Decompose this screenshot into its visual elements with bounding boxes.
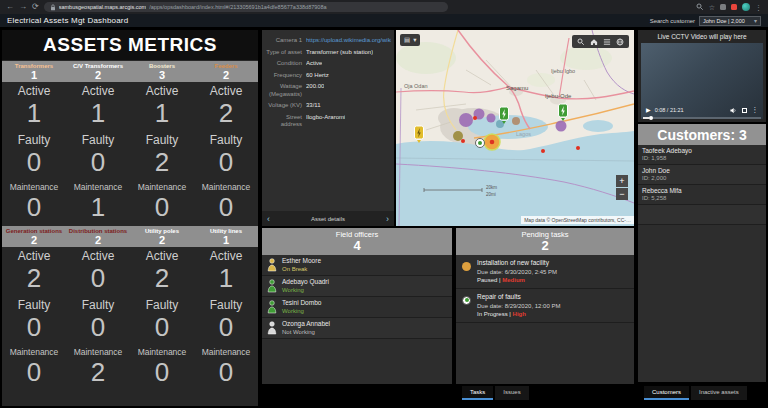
customer-select-value: John Doe | 2,000 xyxy=(703,18,745,24)
video-menu-icon[interactable]: ⋮ xyxy=(752,107,759,114)
refresh-icon[interactable]: ⟳ xyxy=(32,3,39,11)
play-icon[interactable]: ▶ xyxy=(646,107,651,113)
lock-icon xyxy=(50,4,56,11)
officer-list-item[interactable]: Adebayo Quadri Working xyxy=(262,276,452,297)
metric-value: 1 xyxy=(66,98,130,131)
metric-value: 0 xyxy=(66,147,130,180)
fullscreen-icon[interactable] xyxy=(742,108,747,113)
map-zoom-controls: + − xyxy=(616,175,628,200)
field-label: Voltage (KV) xyxy=(264,102,306,110)
bookmark-star-icon[interactable]: ☆ xyxy=(709,4,715,11)
forward-icon[interactable]: → xyxy=(19,3,27,11)
cctv-video-panel: Live CCTV Video will play here ▶ 0:08 / … xyxy=(638,30,766,122)
carousel-footer: ‹ Asset details › xyxy=(262,211,394,226)
task-priority: High xyxy=(513,311,526,317)
metric-category-count: 1 xyxy=(194,235,258,247)
zoom-in-button[interactable]: + xyxy=(616,175,628,187)
field-officers-panel: Field officers 4 Esther Moore On Break A… xyxy=(262,228,452,384)
camera-link[interactable]: https://upload.wikimedia.org/wikipedia/c xyxy=(306,37,391,45)
map-search-icon[interactable] xyxy=(577,38,585,46)
svg-text:20km: 20km xyxy=(486,185,497,190)
person-icon xyxy=(267,279,277,293)
carousel-next-icon[interactable]: › xyxy=(386,211,389,226)
customer-search-area: Search customer John Doe | 2,000 ▾ xyxy=(650,16,761,26)
basemap-globe-icon[interactable] xyxy=(616,38,624,46)
tab-tasks[interactable]: Tasks xyxy=(462,386,493,400)
seek-handle[interactable] xyxy=(649,116,653,120)
carousel-prev-icon[interactable]: ‹ xyxy=(267,211,270,226)
customers-panel: Customers: 3 Taofeek Adebayo ID: 1,958 J… xyxy=(638,124,766,382)
tab-inactive-assets[interactable]: Inactive assets xyxy=(691,386,747,400)
pending-tasks-panel: Pending tasks 2 Installation of new faci… xyxy=(456,228,634,384)
extension-icon-1[interactable] xyxy=(720,4,726,10)
home-icon[interactable] xyxy=(590,38,598,46)
metric-value: 2 xyxy=(66,357,130,390)
metric-value: 0 xyxy=(130,357,194,390)
video-player[interactable]: ▶ 0:08 / 21:21 ⋮ xyxy=(641,43,763,119)
metrics-group-2: Generation stations2 Distribution statio… xyxy=(2,226,258,390)
map-widget-button[interactable]: ▤ ▾ xyxy=(400,34,420,46)
metric-value: 0 xyxy=(2,147,66,180)
maintenance-label-row: MaintenanceMaintenanceMaintenanceMainten… xyxy=(2,180,258,192)
active-value-row: 1112 xyxy=(2,98,258,131)
map-label: Oja Odan xyxy=(404,83,428,89)
customer-list-item[interactable]: John Doe ID: 2,000 xyxy=(638,165,766,185)
officer-list-item[interactable]: Tesini Dombo Working xyxy=(262,297,452,318)
tab-issues[interactable]: Issues xyxy=(495,386,528,400)
field-officers-header: Field officers 4 xyxy=(262,228,452,255)
task-list-item[interactable]: Installation of new facility Due date: 6… xyxy=(456,255,634,289)
browser-menu-icon[interactable]: ⋮ xyxy=(755,4,762,11)
legend-icon[interactable] xyxy=(603,38,611,46)
maintenance-label-row: MaintenanceMaintenanceMaintenanceMainten… xyxy=(2,345,258,357)
profile-avatar[interactable] xyxy=(742,3,750,11)
metric-value: 2 xyxy=(194,98,258,131)
url-path: /apps/opsdashboard/index.html#/213305691… xyxy=(149,4,326,10)
metric-value: 0 xyxy=(194,192,258,225)
field-label: Type of asset xyxy=(264,49,306,57)
video-seekbar[interactable] xyxy=(643,117,761,119)
maintenance-value-row: 0100 xyxy=(2,192,258,225)
volume-icon[interactable] xyxy=(730,107,737,114)
map-canvas[interactable]: Oja Odan Sagamu Ijebu-Ode Ijebu Igbo Lag… xyxy=(396,30,634,226)
metric-category-count: 2 xyxy=(66,235,130,247)
chevron-down-icon: ▾ xyxy=(754,18,757,24)
page-title: Electrical Assets Mgt Dashboard xyxy=(7,16,128,25)
faulty-label-row: FaultyFaultyFaultyFaulty xyxy=(2,296,258,312)
map-label: Ijebu-Ode xyxy=(545,93,572,99)
customer-list-item[interactable]: Rebecca Mifa ID: 5,258 xyxy=(638,185,766,205)
tasks-tabbar: Tasks Issues xyxy=(462,386,529,400)
video-time: 0:08 / 21:21 xyxy=(655,107,684,113)
extension-icon-2[interactable] xyxy=(731,4,737,10)
task-list-item[interactable]: Repair of faults Due date: 8/29/2020, 12… xyxy=(456,289,634,323)
zoom-out-button[interactable]: − xyxy=(616,188,628,200)
metric-category-count: 2 xyxy=(2,235,66,247)
search-icon[interactable] xyxy=(696,3,704,11)
metric-value: 0 xyxy=(66,312,130,345)
layers-icon: ▤ xyxy=(404,37,410,44)
customer-select[interactable]: John Doe | 2,000 ▾ xyxy=(699,16,761,26)
map-label: Lagos xyxy=(516,131,531,137)
metric-value: 2 xyxy=(130,147,194,180)
faulty-value-row: 0000 xyxy=(2,312,258,345)
assets-metrics-panel: ASSETS METRICS Transformers1 C/V Transfo… xyxy=(2,30,258,406)
app-window: ← → ⟳ sambusgeospatial.maps.arcgis.com /… xyxy=(0,0,768,408)
tab-customers[interactable]: Customers xyxy=(644,386,689,400)
faulty-label-row: FaultyFaultyFaultyFaulty xyxy=(2,131,258,147)
task-priority: Medium xyxy=(502,277,525,283)
officer-list-item[interactable]: Ozonga Annabel Not Working xyxy=(262,318,452,339)
metric-category-count: 2 xyxy=(130,235,194,247)
browser-actions: ☆ ⋮ xyxy=(696,3,762,11)
metric-value: 0 xyxy=(66,263,130,296)
carousel-title: Asset details xyxy=(311,216,345,222)
field-label: Street address xyxy=(264,114,306,129)
address-bar[interactable]: sambusgeospatial.maps.arcgis.com /apps/o… xyxy=(44,2,448,12)
officer-list-item[interactable]: Esther Moore On Break xyxy=(262,255,452,276)
metric-value: 1 xyxy=(194,263,258,296)
map-panel: Oja Odan Sagamu Ijebu-Ode Ijebu Igbo Lag… xyxy=(396,30,634,226)
back-icon[interactable]: ← xyxy=(6,3,14,11)
assets-metrics-title: ASSETS METRICS xyxy=(2,30,258,60)
active-value-row: 2021 xyxy=(2,263,258,296)
customers-header: Customers: 3 xyxy=(638,124,766,145)
customer-list-item[interactable]: Taofeek Adebayo ID: 1,958 xyxy=(638,145,766,165)
map-toolbar xyxy=(572,35,629,48)
